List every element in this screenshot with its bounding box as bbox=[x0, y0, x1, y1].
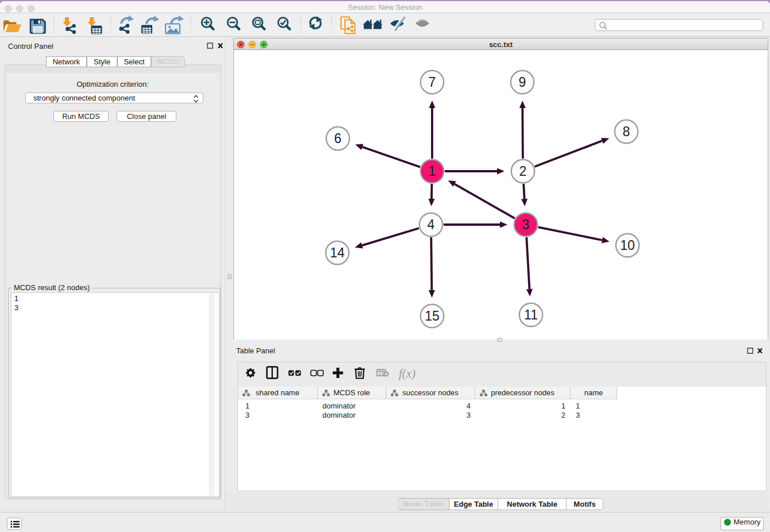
svg-text:9: 9 bbox=[519, 75, 526, 90]
svg-text:11: 11 bbox=[524, 307, 538, 322]
svg-text:10: 10 bbox=[620, 238, 635, 253]
svg-text:f(x): f(x) bbox=[399, 367, 415, 380]
svg-text:4: 4 bbox=[428, 217, 435, 232]
svg-text:7: 7 bbox=[429, 75, 436, 90]
svg-text:3: 3 bbox=[522, 217, 530, 232]
svg-text:6: 6 bbox=[334, 131, 342, 146]
svg-text:1: 1 bbox=[429, 164, 436, 179]
svg-text:2: 2 bbox=[519, 164, 527, 179]
svg-text:15: 15 bbox=[425, 309, 440, 323]
svg-text:14: 14 bbox=[330, 245, 345, 260]
svg-text:8: 8 bbox=[623, 124, 630, 139]
